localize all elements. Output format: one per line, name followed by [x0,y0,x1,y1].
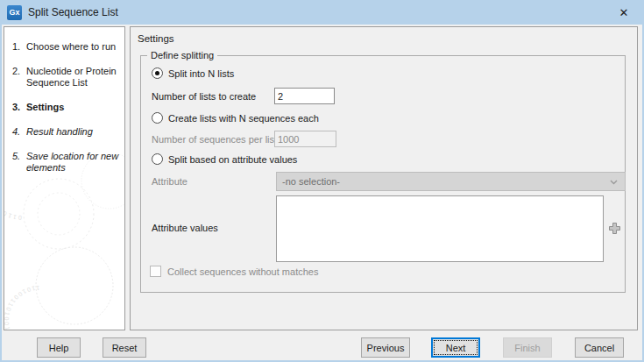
number-of-lists-label: Number of lists to create [152,91,256,102]
group-title: Define splitting [147,50,217,60]
step-number: 3. [12,102,26,113]
number-of-lists-input[interactable] [274,88,335,104]
attribute-dropdown[interactable]: -no selection- [276,172,626,191]
app-logo-icon: Gx [7,5,22,20]
reset-button[interactable]: Reset [103,337,146,358]
sequences-per-list-input[interactable] [274,131,336,147]
window-title: Split Sequence List [28,6,118,18]
define-splitting-group: Define splitting Split into N lists Numb… [140,55,626,293]
previous-button[interactable]: Previous [361,337,410,358]
step-label: Nucleotide or Protein Sequence List [26,66,119,89]
step-number: 2. [12,66,26,89]
next-button[interactable]: Next [431,337,480,358]
wizard-step-sequence-list: 2. Nucleotide or Protein Sequence List [12,66,119,89]
step-label: Choose where to run [26,41,116,53]
watermark-spiral-decoration: 0110100110100110110100110 11010011010011… [4,154,125,330]
help-button[interactable]: Help [37,337,81,358]
finish-button[interactable]: Finish [503,337,552,358]
step-label: Result handling [26,126,93,138]
svg-text:1101001101001101101001010: 1101001101001101101001010 [4,285,57,330]
wizard-step-settings-current: 3. Settings [12,102,119,113]
chevron-down-icon [610,180,618,185]
attribute-values-label: Attribute values [152,223,218,233]
wizard-steps-list: 1. Choose where to run 2. Nucleotide or … [4,27,124,174]
attribute-values-textarea[interactable] [276,195,604,262]
split-sequence-list-dialog: Gx Split Sequence List ✕ 011010011010011… [0,0,644,362]
radio-unselected-icon [152,112,163,124]
radio-label: Split into N lists [168,68,234,79]
sequences-per-list-label: Number of sequences per list [152,134,277,145]
radio-unselected-icon [152,153,163,165]
radio-split-into-n-lists[interactable]: Split into N lists [152,67,234,79]
radio-create-lists-n-sequences[interactable]: Create lists with N sequences each [152,112,319,124]
settings-panel: Settings Define splitting Split into N l… [130,26,638,330]
radio-selected-icon [152,67,163,79]
radio-label: Create lists with N sequences each [168,113,319,124]
titlebar: Gx Split Sequence List ✕ [0,0,644,25]
step-number: 4. [12,126,26,138]
radio-split-by-attribute[interactable]: Split based on attribute values [152,153,297,165]
wizard-sidebar: 0110100110100110110100110 11010011010011… [4,26,125,330]
step-number: 1. [12,41,26,53]
wizard-step-save-location: 5. Save location for new elements [12,151,119,174]
wizard-step-choose-where-to-run: 1. Choose where to run [12,41,119,53]
collect-sequences-checkbox[interactable]: Collect sequences without matches [150,266,318,277]
attribute-dropdown-value: -no selection- [282,176,340,187]
step-number: 5. [12,151,26,174]
checkbox-label: Collect sequences without matches [167,266,318,277]
checkbox-unchecked-icon [150,266,161,277]
radio-label: Split based on attribute values [168,154,297,165]
step-label: Save location for new elements [26,151,119,174]
step-label: Settings [26,102,64,113]
add-attribute-value-icon[interactable] [608,222,621,235]
wizard-step-result-handling: 4. Result handling [12,126,119,138]
panel-header: Settings [138,33,174,44]
close-icon[interactable]: ✕ [609,0,639,25]
attribute-label: Attribute [152,176,188,187]
cancel-button[interactable]: Cancel [575,337,624,358]
